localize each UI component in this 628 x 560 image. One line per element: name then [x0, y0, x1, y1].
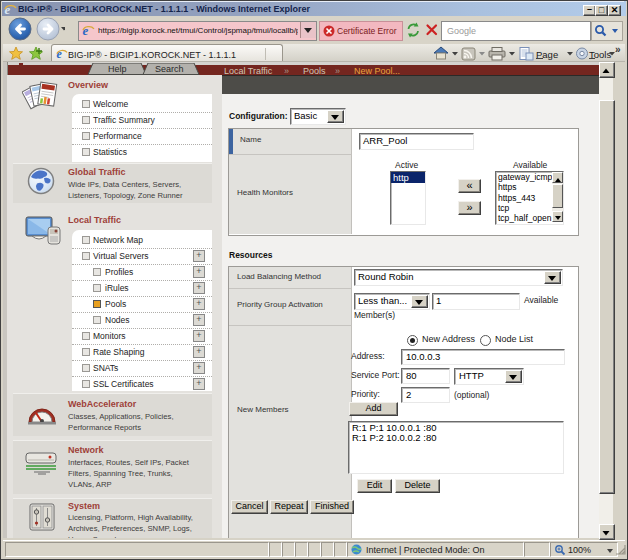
svg-text:e: e — [5, 3, 11, 16]
svg-text:e: e — [56, 48, 62, 60]
svg-text:Page: Page — [536, 49, 558, 60]
svg-text:Tools: Tools — [589, 49, 611, 60]
svg-text:e: e — [83, 24, 89, 37]
